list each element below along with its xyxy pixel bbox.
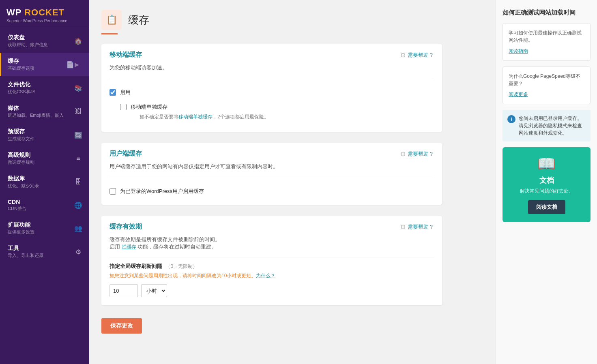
user-cache-help-label: 需要帮助？ [408,150,434,158]
sidebar-item-media[interactable]: 媒体 延迟加载、Emoji表情、嵌入 🖼 [0,100,89,123]
info-card-text: 您尚未启用已登录用户缓存。请见浏览器的隐私模式来检查网站速度和外观变化。 [519,115,586,137]
mobile-separate-checkbox[interactable] [120,104,127,110]
sidebar-item-title: 数据库 [8,175,71,182]
user-cache-enable-checkbox[interactable] [110,188,116,195]
user-cache-desc: 用户端缓存适用于您的网站有内容仅指定用户才可查看或有限制内容时。 [101,161,442,177]
home-icon: 🏠 [74,37,83,45]
sidebar-item-preload[interactable]: 预缓存 生成缓存文件 🔄 [0,123,89,147]
sidebar-item-title: 缓存 [8,58,62,65]
sidebar-item-title: 扩展功能 [8,221,71,229]
right-sidebar-title: 如何正确测试网站加载时间 [503,8,591,17]
sidebar-item-sub: 优化、减少冗余 [8,183,71,189]
sidebar-item-title: 媒体 [8,105,71,112]
docs-title: 文档 [509,176,584,185]
help-circle-icon-2: ⊙ [400,150,406,158]
mobile-separate-row: 移动端单独缓存 [120,98,434,112]
cache-expiry-value-input[interactable] [110,284,138,297]
sidebar-item-title: 预缓存 [8,128,71,135]
content-wrap: 📋 缓存 移动端缓存 ⊙ 需要帮助？ 为您的移动端访客加速。 [89,0,496,364]
cache-expiry-unit-select[interactable]: 小时 分钟 天 [141,284,167,297]
mobile-separate-hint: 如不确定是否要将移动端单独缓存，2个选项都启用最保险。 [120,113,434,120]
chevron-right-icon: ▶ [75,61,83,68]
help-circle-icon: ⊙ [400,51,406,59]
right-card-1: 学习如何使用最佳操作以正确测试网站性能。 阅读指南 [503,23,591,61]
cache-expiry-desc: 缓存有效期是指所有缓存文件被删除前的时间。 启用 拦缓存 功能，缓存将在过期时自… [101,234,442,257]
mobile-cache-header: 移动端缓存 ⊙ 需要帮助？ [101,44,442,62]
user-cache-desc-text: 用户端缓存适用于您的网站有内容仅指定用户才可查看或有限制内容时。 [110,163,278,169]
database-icon: 🗄 [74,178,83,186]
sidebar-item-sub: 优化CSS和JS [8,89,71,95]
help-circle-icon-3: ⊙ [400,223,406,231]
cache-expiry-title: 缓存有效期 [110,223,142,231]
warning-link[interactable]: 为什么？ [256,273,275,278]
save-button[interactable]: 保存更改 [101,318,142,334]
read-guide-link[interactable]: 阅读指南 [509,48,528,54]
media-icon: 🖼 [74,108,83,115]
cache-expiry-field-label: 指定全局缓存刷新间隔 （0＝无限制） [110,262,434,270]
user-cache-title: 用户端缓存 [110,150,142,158]
preload-cache-link[interactable]: 拦缓存 [122,244,136,250]
mobile-cache-section: 移动端缓存 ⊙ 需要帮助？ 为您的移动端访客加速。 启用 [101,44,442,132]
mobile-cache-enable-row: 启用 [110,83,434,98]
sidebar-item-extend[interactable]: 扩展功能 提供更多设置 👥 [0,216,89,240]
cache-expiry-help-btn[interactable]: ⊙ 需要帮助？ [400,223,434,231]
right-card-1-text: 学习如何使用最佳操作以正确测试网站性能。 [509,29,584,44]
cache-expiry-input-row: 小时 分钟 天 [110,284,434,297]
right-card-2: 为什么Google PageSpeed等级不重要？ 阅读更多 [503,66,591,104]
sidebar-item-database[interactable]: 数据库 优化、减少冗余 🗄 [0,170,89,194]
mobile-cache-enable-label: 启用 [120,89,131,96]
read-more-link[interactable]: 阅读更多 [509,92,528,97]
docs-card: 📖 文档 解决常见问题的好去处。 阅读文档 [503,147,591,222]
layers-icon: 📚 [74,84,83,92]
cache-expiry-section: 缓存有效期 ⊙ 需要帮助？ 缓存有效期是指所有缓存文件被删除前的时间。 启用 拦… [101,216,442,305]
sidebar: WP ROCKET Superior WordPress Performance… [0,0,89,364]
sidebar-item-file-opt[interactable]: 文件优化 优化CSS和JS 📚 [0,76,89,100]
user-cache-section: 用户端缓存 ⊙ 需要帮助？ 用户端缓存适用于您的网站有内容仅指定用户才可查看或有… [101,143,442,205]
sidebar-item-title: CDN [8,199,71,205]
sidebar-item-cdn[interactable]: CDN CDN整合 🌐 [0,194,89,216]
page-divider [101,33,118,34]
mobile-cache-help-btn[interactable]: ⊙ 需要帮助？ [400,51,434,59]
cache-expiry-body: 指定全局缓存刷新间隔 （0＝无限制） 如您注意到某些问题周期性出现，请将时间间隔… [101,257,442,305]
page-title: 缓存 [128,13,149,27]
right-sidebar: 如何正确测试网站加载时间 学习如何使用最佳操作以正确测试网站性能。 阅读指南 为… [496,0,597,364]
content-area: 📋 缓存 移动端缓存 ⊙ 需要帮助？ 为您的移动端访客加速。 [89,0,454,364]
sidebar-item-dashboard[interactable]: 仪表盘 获取帮助、账户信息 🏠 [0,29,89,53]
tools-icon: ⚙ [74,248,83,256]
rules-icon: ≡ [74,155,83,162]
sidebar-item-title: 文件优化 [8,81,71,88]
body-wrap: 📋 缓存 移动端缓存 ⊙ 需要帮助？ 为您的移动端访客加速。 [89,0,597,364]
page-header: 📋 缓存 [101,10,442,30]
cache-expiry-desc2: 启用 拦缓存 功能，缓存将在过期时自动重建。 [110,243,434,251]
cache-expiry-header: 缓存有效期 ⊙ 需要帮助？ [101,216,442,234]
cache-icon: 📄 [66,61,75,69]
mobile-separate-link[interactable]: 移动端单独缓存 [178,114,213,120]
mobile-cache-enable-checkbox[interactable] [110,89,116,96]
field-note: （0＝无限制） [165,263,198,269]
mobile-cache-desc: 为您的移动端访客加速。 [101,62,442,78]
sidebar-item-sub: 微调缓存规则 [8,159,71,165]
sidebar-item-cache[interactable]: 缓存 基础缓存选项 📄 ▶ [0,53,89,76]
logo-sub: Superior WordPress Performance [6,19,83,23]
mobile-separate-label: 移动端单独缓存 [131,103,168,111]
user-cache-enable-label: 为已登录的WordPress用户启用缓存 [120,188,204,195]
info-icon: i [507,115,515,123]
sidebar-item-advanced[interactable]: 高级规则 微调缓存规则 ≡ [0,147,89,170]
sidebar-item-tools[interactable]: 工具 导入、导出和还原 ⚙ [0,240,89,263]
page-icon: 📋 [101,10,122,30]
sidebar-item-title: 工具 [8,245,71,252]
docs-read-btn[interactable]: 阅读文档 [528,200,565,214]
sidebar-item-title: 仪表盘 [8,34,71,41]
docs-book-icon: 📖 [509,155,584,172]
sidebar-logo: WP ROCKET Superior WordPress Performance [0,0,89,29]
sidebar-item-sub: 延迟加载、Emoji表情、嵌入 [8,112,71,118]
mobile-cache-body: 启用 移动端单独缓存 如不确定是否要将移动端单独缓存，2个选项都启用最保险。 [101,78,442,132]
mobile-cache-help-label: 需要帮助？ [408,51,434,59]
mobile-cache-title: 移动端缓存 [110,51,142,59]
user-cache-help-btn[interactable]: ⊙ 需要帮助？ [400,150,434,158]
user-cache-body: 为已登录的WordPress用户启用缓存 [101,177,442,205]
sidebar-item-sub: 获取帮助、账户信息 [8,42,71,48]
field-label-text: 指定全局缓存刷新间隔 [110,263,162,269]
extend-icon: 👥 [74,225,83,232]
info-card: i 您尚未启用已登录用户缓存。请见浏览器的隐私模式来检查网站速度和外观变化。 [503,110,591,141]
